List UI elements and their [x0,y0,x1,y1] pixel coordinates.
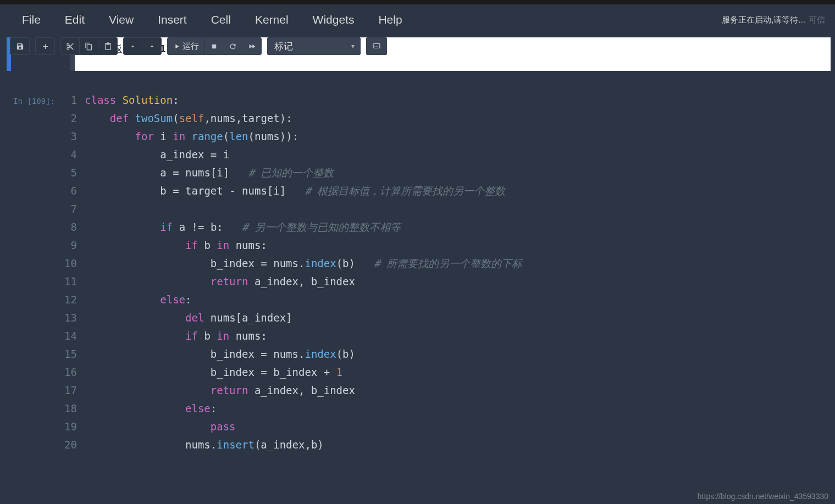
line-number: 2 [58,109,77,128]
svg-rect-1 [374,47,375,47]
code-editor[interactable]: 1234567891011121314151617181920 class So… [58,91,831,454]
cell-type-select[interactable]: 标记 [267,37,361,55]
line-number: 5 [58,164,77,182]
code-line[interactable]: b_index = b_index + 1 [85,363,522,381]
watermark: https://blog.csdn.net/weixin_43593330 [698,492,828,501]
save-button[interactable] [10,38,29,54]
toolbar: 运行 标记 [0,35,835,59]
line-number: 19 [58,418,77,436]
notebook-area: In [109]: 123456789101112131415161718192… [0,88,835,504]
move-up-button[interactable] [124,38,142,54]
line-number: 13 [58,309,77,327]
menu-insert[interactable]: Insert [146,10,199,30]
code-line[interactable]: if a != b: # 另一个整数与已知的整数不相等 [85,218,522,236]
line-number: 16 [58,363,77,381]
code-body[interactable]: class Solution: def twoSum(self,nums,tar… [85,91,522,454]
code-line[interactable]: if b in nums: [85,327,522,345]
line-number: 3 [58,128,77,146]
command-palette-button[interactable] [366,37,387,55]
insert-cell-button[interactable] [36,38,54,54]
code-line[interactable]: class Solution: [85,91,522,109]
code-line[interactable]: return a_index, b_index [85,273,522,291]
code-line[interactable]: a = nums[i] # 已知的一个整数 [85,164,522,182]
line-number: 18 [58,400,77,418]
line-number: 4 [58,146,77,164]
cell-type-value: 标记 [274,40,293,53]
code-line[interactable]: def twoSum(self,nums,target): [85,109,522,128]
menu-kernel[interactable]: Kernel [243,10,301,30]
line-number: 14 [58,327,77,345]
menu-widgets[interactable]: Widgets [301,10,367,30]
copy-button[interactable] [80,38,98,54]
line-number: 8 [58,218,77,236]
run-button[interactable]: 运行 [168,38,205,54]
menu-view[interactable]: View [97,10,146,30]
restart-run-all-button[interactable] [242,38,261,54]
line-number: 12 [58,291,77,309]
restart-button[interactable] [224,38,242,54]
line-number: 1 [58,91,77,109]
menu-edit[interactable]: Edit [53,10,97,30]
svg-rect-2 [375,47,378,47]
move-down-button[interactable] [142,38,161,54]
menu-file[interactable]: File [10,10,53,30]
line-number: 7 [58,200,77,218]
line-number: 10 [58,254,77,273]
trusted-label[interactable]: 可信 [809,15,825,25]
line-number: 6 [58,182,77,200]
kernel-status: 服务正在启动,请等待... 可信 [722,15,825,25]
interrupt-button[interactable] [205,38,224,54]
line-number-gutter: 1234567891011121314151617181920 [58,91,85,454]
code-cell[interactable]: In [109]: 123456789101112131415161718192… [0,88,835,454]
menubar: File Edit View Insert Cell Kernel Widget… [0,4,835,35]
line-number: 20 [58,436,77,454]
line-number: 17 [58,381,77,400]
code-line[interactable]: del nums[a_index] [85,309,522,327]
cut-button[interactable] [61,38,80,54]
paste-button[interactable] [98,38,117,54]
run-button-label: 运行 [183,41,199,52]
code-line[interactable]: if b in nums: [85,236,522,254]
code-line[interactable]: b_index = nums.index(b) # 所需要找的另一个整数的下标 [85,254,522,273]
line-number: 9 [58,236,77,254]
cell-prompt: In [109]: [12,91,58,454]
code-line[interactable]: b_index = nums.index(b) [85,345,522,363]
line-number: 11 [58,273,77,291]
code-line[interactable]: return a_index, b_index [85,381,522,400]
kernel-status-text: 服务正在启动,请等待... [722,15,805,25]
menu-help[interactable]: Help [366,10,414,30]
code-line[interactable]: for i in range(len(nums)): [85,128,522,146]
line-number: 15 [58,345,77,363]
browser-bookmark-bar [0,0,835,4]
code-line[interactable]: nums.insert(a_index,b) [85,436,522,454]
code-line[interactable]: else: [85,400,522,418]
svg-rect-0 [373,43,380,48]
code-line[interactable]: pass [85,418,522,436]
code-line[interactable]: b = target - nums[i] # 根据目标值，计算所需要找的另一个整… [85,182,522,200]
menu-cell[interactable]: Cell [199,10,243,30]
code-line[interactable] [85,200,522,218]
code-line[interactable]: a_index = i [85,146,522,164]
code-line[interactable]: else: [85,291,522,309]
